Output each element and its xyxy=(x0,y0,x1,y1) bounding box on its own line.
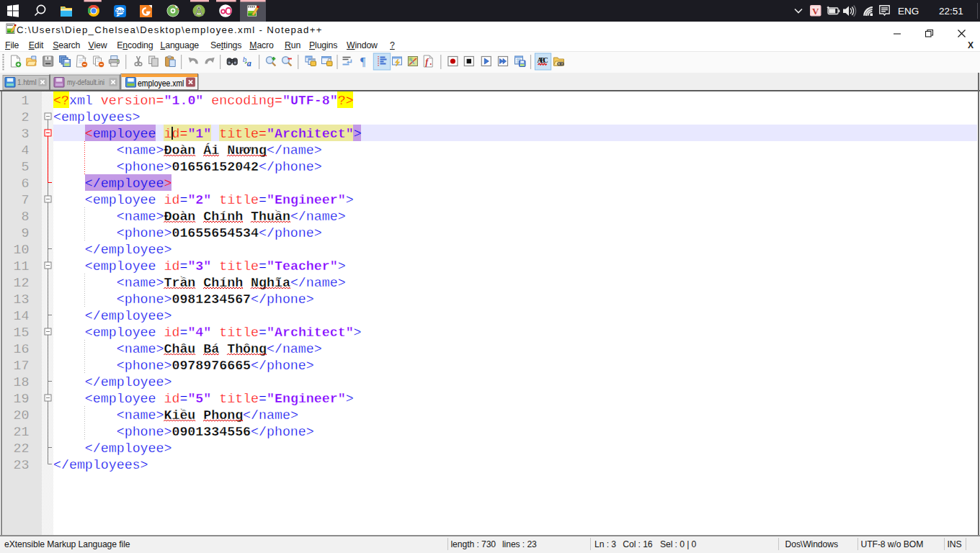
svg-text:ENG: ENG xyxy=(898,6,919,17)
svg-text:22:51: 22:51 xyxy=(939,6,963,17)
svg-text:¶: ¶ xyxy=(360,55,366,68)
svg-text:a: a xyxy=(247,58,251,68)
svg-text:ABC: ABC xyxy=(538,57,548,64)
svg-text:Zalo: Zalo xyxy=(115,9,125,14)
svg-text:V: V xyxy=(812,6,819,17)
